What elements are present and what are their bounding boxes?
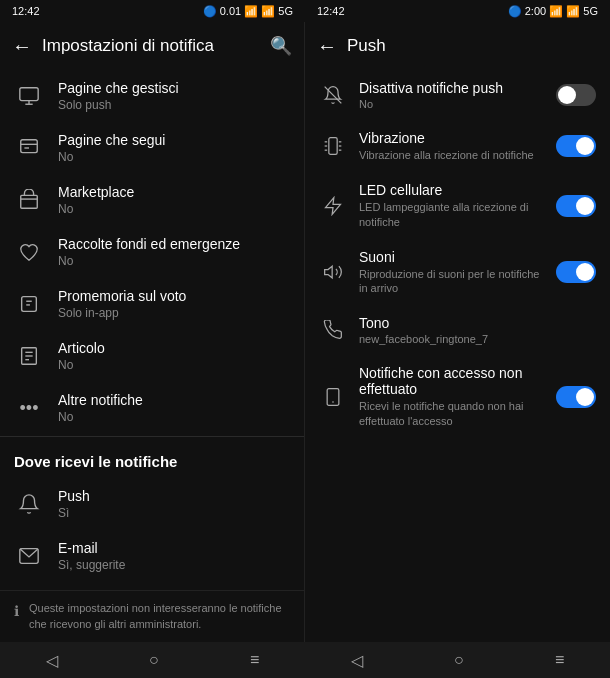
push-setting-item[interactable]: Disattiva notifiche push No xyxy=(305,70,610,120)
vote-reminder-label: Promemoria sul voto xyxy=(58,288,186,304)
ringtone-value: new_facebook_ringtone_7 xyxy=(359,333,596,345)
right-header: ← Push xyxy=(305,22,610,70)
list-item[interactable]: Pagine che segui No xyxy=(0,122,304,174)
email-text: E-mail Sì, suggerite xyxy=(58,540,125,572)
list-item[interactable]: ••• Altre notifiche No xyxy=(0,382,304,434)
list-item[interactable]: Raccolte fondi ed emergenze No xyxy=(0,226,304,278)
article-icon xyxy=(14,341,44,371)
back-nav-button-left[interactable]: ◁ xyxy=(36,647,68,674)
led-icon xyxy=(319,192,347,220)
list-item[interactable]: Pagine che gestisci Solo push xyxy=(0,70,304,122)
push-setting-item[interactable]: Vibrazione Vibrazione alla ricezione di … xyxy=(305,120,610,172)
time-right: 12:42 xyxy=(317,5,345,17)
push-icon xyxy=(14,489,44,519)
push-setting-item[interactable]: LED cellulare LED lampeggiante alla rice… xyxy=(305,172,610,239)
vibration-toggle[interactable] xyxy=(556,135,596,157)
svg-rect-0 xyxy=(20,88,38,101)
vote-reminder-sublabel: Solo in-app xyxy=(58,306,186,320)
disable-push-label: Disattiva notifiche push xyxy=(359,80,544,96)
logged-out-notif-toggle[interactable] xyxy=(556,386,596,408)
recents-nav-button-right[interactable]: ≡ xyxy=(545,647,574,673)
sound-toggle[interactable] xyxy=(556,261,596,283)
page-manage-text: Pagine che gestisci Solo push xyxy=(58,80,179,112)
pages-follow-label: Pagine che segui xyxy=(58,132,165,148)
email-sublabel: Sì, suggerite xyxy=(58,558,125,572)
led-sublabel: LED lampeggiante alla ricezione di notif… xyxy=(359,200,544,229)
pages-follow-icon xyxy=(14,133,44,163)
push-setting-item[interactable]: Notifiche con accesso non effettuato Ric… xyxy=(305,355,610,438)
article-text: Articolo No xyxy=(58,340,105,372)
sound-sublabel: Riproduzione di suoni per le notifiche i… xyxy=(359,267,544,296)
vote-reminder-text: Promemoria sul voto Solo in-app xyxy=(58,288,186,320)
fundraiser-icon xyxy=(14,237,44,267)
vibration-sublabel: Vibrazione alla ricezione di notifiche xyxy=(359,148,544,162)
marketplace-sublabel: No xyxy=(58,202,134,216)
recents-nav-button-left[interactable]: ≡ xyxy=(240,647,269,673)
vibration-icon xyxy=(319,132,347,160)
push-sublabel: Sì xyxy=(58,506,90,520)
ringtone-text: Tono new_facebook_ringtone_7 xyxy=(359,315,596,345)
sound-label: Suoni xyxy=(359,249,544,265)
list-item[interactable]: Articolo No xyxy=(0,330,304,382)
logged-out-notif-icon xyxy=(319,383,347,411)
home-nav-button-left[interactable]: ○ xyxy=(139,647,169,673)
left-panel-title: Impostazioni di notifica xyxy=(42,36,260,56)
email-label: E-mail xyxy=(58,540,125,556)
fundraiser-label: Raccolte fondi ed emergenze xyxy=(58,236,240,252)
home-nav-button-right[interactable]: ○ xyxy=(444,647,474,673)
info-icon: ℹ xyxy=(14,603,19,619)
list-item[interactable]: E-mail Sì, suggerite xyxy=(0,530,304,582)
fundraiser-sublabel: No xyxy=(58,254,240,268)
right-panel: ← Push Disattiva notifiche push No xyxy=(305,22,610,642)
sound-icon xyxy=(319,258,347,286)
other-notif-label: Altre notifiche xyxy=(58,392,143,408)
back-button-left[interactable]: ← xyxy=(12,35,32,58)
vibration-label: Vibrazione xyxy=(359,130,544,146)
pages-follow-text: Pagine che segui No xyxy=(58,132,165,164)
list-item[interactable]: Push Sì xyxy=(0,478,304,530)
list-item[interactable]: SMS Sì, suggerite xyxy=(0,582,304,590)
status-bar-left-panel: 12:42 🔵 0.01 📶 📶 5G xyxy=(0,0,305,22)
article-label: Articolo xyxy=(58,340,105,356)
list-item[interactable]: Promemoria sul voto Solo in-app xyxy=(0,278,304,330)
led-text: LED cellulare LED lampeggiante alla rice… xyxy=(359,182,544,229)
svg-rect-6 xyxy=(21,195,38,208)
other-notif-text: Altre notifiche No xyxy=(58,392,143,424)
page-manage-icon xyxy=(14,81,44,111)
led-toggle[interactable] xyxy=(556,195,596,217)
list-item[interactable]: Marketplace No xyxy=(0,174,304,226)
push-label: Push xyxy=(58,488,90,504)
notification-list: Pagine che gestisci Solo push Pagine che… xyxy=(0,70,304,590)
receive-section-header: Dove ricevi le notifiche xyxy=(0,439,304,478)
page-manage-sublabel: Solo push xyxy=(58,98,179,112)
left-panel: ← Impostazioni di notifica 🔍 Pagine che … xyxy=(0,22,305,642)
disable-push-toggle[interactable] xyxy=(556,84,596,106)
push-setting-item[interactable]: Suoni Riproduzione di suoni per le notif… xyxy=(305,239,610,306)
vibration-text: Vibrazione Vibrazione alla ricezione di … xyxy=(359,130,544,162)
fundraiser-text: Raccolte fondi ed emergenze No xyxy=(58,236,240,268)
logged-out-notif-label: Notifiche con accesso non effettuato xyxy=(359,365,544,397)
svg-marker-24 xyxy=(326,197,341,214)
info-text: Queste impostazioni non interesseranno l… xyxy=(29,601,290,632)
svg-marker-25 xyxy=(325,266,333,278)
status-icons-right: 🔵 2:00 📶 📶 5G xyxy=(508,5,598,18)
search-button[interactable]: 🔍 xyxy=(270,35,292,57)
push-setting-item[interactable]: Tono new_facebook_ringtone_7 xyxy=(305,305,610,355)
pages-follow-sublabel: No xyxy=(58,150,165,164)
divider xyxy=(0,436,304,437)
status-icons-left: 🔵 0.01 📶 📶 5G xyxy=(203,5,293,18)
other-notif-sublabel: No xyxy=(58,410,143,424)
marketplace-text: Marketplace No xyxy=(58,184,134,216)
page-manage-label: Pagine che gestisci xyxy=(58,80,179,96)
svg-rect-3 xyxy=(21,140,38,153)
time-left: 12:42 xyxy=(12,5,40,17)
right-panel-title: Push xyxy=(347,36,598,56)
svg-rect-8 xyxy=(22,297,37,312)
navigation-bar: ◁ ○ ≡ ◁ ○ ≡ xyxy=(0,642,610,678)
vote-reminder-icon xyxy=(14,289,44,319)
back-button-right[interactable]: ← xyxy=(317,35,337,58)
email-icon xyxy=(14,541,44,571)
back-nav-button-right[interactable]: ◁ xyxy=(341,647,373,674)
marketplace-icon xyxy=(14,185,44,215)
info-box: ℹ Queste impostazioni non interesseranno… xyxy=(0,590,304,642)
